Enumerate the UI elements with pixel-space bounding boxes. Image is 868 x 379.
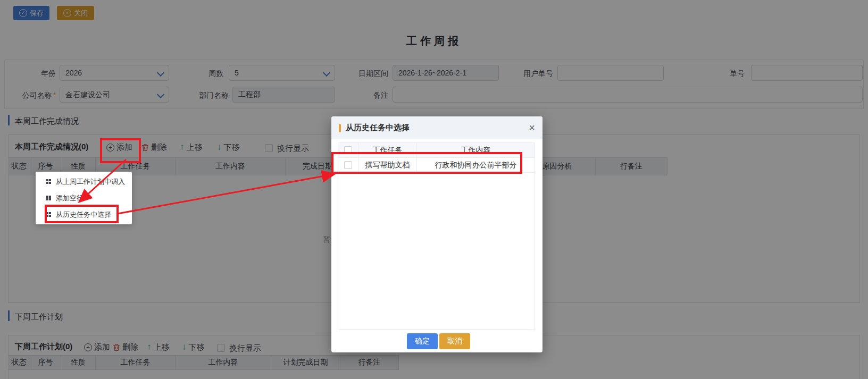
modal-header: 从历史任务中选择 × [331, 116, 542, 139]
modal-table-header: 工作任务 工作内容 [338, 143, 535, 158]
modal-col-content: 工作内容 [417, 143, 535, 157]
work-weekly-report-page: ✓ 保存 × 关闭 工作周报 年份 2026 周数 5 日期区间 用户单号 单号… [0, 0, 868, 379]
modal-table-row[interactable]: 撰写帮助文档 行政和协同办公前半部分 [338, 158, 535, 173]
accent-bar-icon [339, 124, 341, 132]
grid-icon [46, 179, 51, 184]
select-all-cell [338, 143, 358, 157]
menu-item-select-from-history[interactable]: 从历史任务中选择 [36, 206, 132, 223]
row-task-cell: 撰写帮助文档 [358, 158, 417, 172]
modal-close-icon[interactable]: × [529, 121, 535, 134]
grid-icon [46, 196, 51, 200]
menu-item-label: 添加空行 [56, 193, 84, 203]
row-content-cell: 行政和协同办公前半部分 [417, 158, 535, 172]
select-all-checkbox[interactable] [344, 146, 352, 154]
row-checkbox-cell [338, 158, 358, 172]
menu-item-add-empty-row[interactable]: 添加空行 [36, 190, 132, 206]
menu-item-import-last-week[interactable]: 从上周工作计划中调入 [36, 173, 132, 190]
modal-table: 工作任务 工作内容 撰写帮助文档 行政和协同办公前半部分 [338, 142, 535, 330]
modal-cancel-button[interactable]: 取消 [439, 333, 470, 349]
menu-item-label: 从上周工作计划中调入 [56, 177, 125, 187]
row-checkbox[interactable] [344, 161, 352, 169]
menu-item-label: 从历史任务中选择 [56, 210, 111, 220]
add-dropdown-menu: 从上周工作计划中调入 添加空行 从历史任务中选择 [36, 172, 132, 224]
modal-col-task: 工作任务 [358, 143, 417, 157]
history-task-modal: 从历史任务中选择 × 工作任务 工作内容 撰写帮助文档 行政和协同办公前半部分 … [331, 116, 542, 352]
grid-icon [46, 212, 51, 217]
modal-title: 从历史任务中选择 [346, 123, 410, 133]
modal-ok-button[interactable]: 确定 [407, 333, 438, 349]
